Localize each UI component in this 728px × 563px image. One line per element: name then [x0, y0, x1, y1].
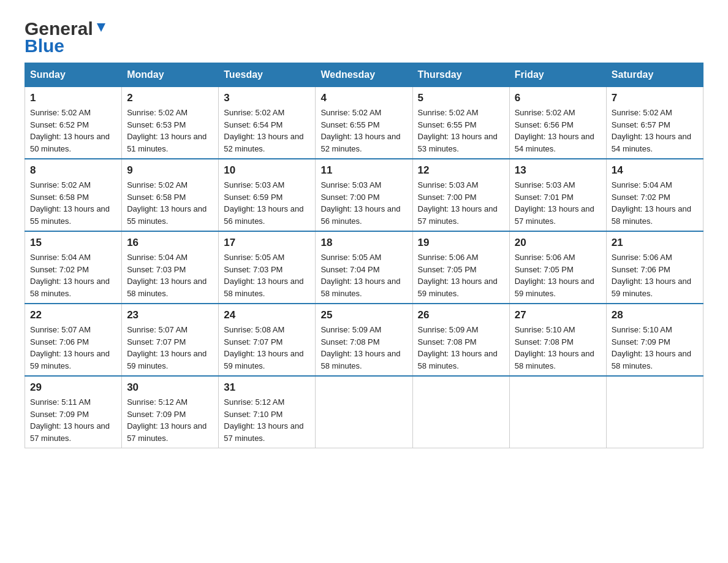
header-wednesday: Wednesday — [316, 63, 412, 87]
week-row-1: 1 Sunrise: 5:02 AM Sunset: 6:52 PM Dayli… — [25, 87, 703, 159]
day-info: Sunrise: 5:02 AM Sunset: 6:55 PM Dayligh… — [418, 107, 504, 155]
day-number: 27 — [515, 309, 601, 321]
day-info: Sunrise: 5:08 AM Sunset: 7:07 PM Dayligh… — [224, 324, 310, 372]
day-info: Sunrise: 5:11 AM Sunset: 7:09 PM Dayligh… — [30, 396, 116, 444]
day-cell: 17 Sunrise: 5:05 AM Sunset: 7:03 PM Dayl… — [219, 231, 316, 304]
header-sunday: Sunday — [25, 63, 122, 87]
day-info: Sunrise: 5:04 AM Sunset: 7:02 PM Dayligh… — [30, 251, 116, 299]
day-number: 30 — [127, 381, 213, 394]
day-number: 31 — [224, 381, 310, 394]
calendar-table: SundayMondayTuesdayWednesdayThursdayFrid… — [25, 63, 703, 448]
day-number: 29 — [30, 381, 116, 394]
day-info: Sunrise: 5:09 AM Sunset: 7:08 PM Dayligh… — [418, 324, 504, 372]
week-row-4: 22 Sunrise: 5:07 AM Sunset: 7:06 PM Dayl… — [25, 304, 703, 376]
day-cell: 14 Sunrise: 5:04 AM Sunset: 7:02 PM Dayl… — [606, 159, 703, 231]
day-cell: 23 Sunrise: 5:07 AM Sunset: 7:07 PM Dayl… — [122, 304, 219, 376]
day-info: Sunrise: 5:02 AM Sunset: 6:57 PM Dayligh… — [612, 107, 698, 155]
day-number: 25 — [320, 309, 407, 321]
day-cell: 21 Sunrise: 5:06 AM Sunset: 7:06 PM Dayl… — [606, 231, 703, 304]
day-cell: 6 Sunrise: 5:02 AM Sunset: 6:56 PM Dayli… — [509, 87, 606, 159]
day-number: 17 — [224, 237, 310, 249]
day-info: Sunrise: 5:05 AM Sunset: 7:03 PM Dayligh… — [224, 251, 310, 299]
day-cell: 30 Sunrise: 5:12 AM Sunset: 7:09 PM Dayl… — [122, 376, 219, 448]
day-info: Sunrise: 5:03 AM Sunset: 6:59 PM Dayligh… — [224, 179, 310, 227]
day-number: 28 — [612, 309, 698, 321]
day-number: 8 — [30, 164, 116, 177]
day-number: 9 — [127, 164, 213, 177]
day-info: Sunrise: 5:06 AM Sunset: 7:06 PM Dayligh… — [612, 251, 698, 299]
day-number: 20 — [515, 237, 601, 249]
day-info: Sunrise: 5:10 AM Sunset: 7:08 PM Dayligh… — [515, 324, 601, 372]
calendar-header-row: SundayMondayTuesdayWednesdayThursdayFrid… — [25, 63, 703, 87]
day-cell: 1 Sunrise: 5:02 AM Sunset: 6:52 PM Dayli… — [25, 87, 122, 159]
day-number: 24 — [224, 309, 310, 321]
logo: General Blue — [25, 18, 108, 56]
day-info: Sunrise: 5:03 AM Sunset: 7:01 PM Dayligh… — [515, 179, 601, 227]
day-info: Sunrise: 5:03 AM Sunset: 7:00 PM Dayligh… — [418, 179, 504, 227]
header-monday: Monday — [122, 63, 219, 87]
header-tuesday: Tuesday — [219, 63, 316, 87]
day-cell — [316, 376, 412, 448]
week-row-2: 8 Sunrise: 5:02 AM Sunset: 6:58 PM Dayli… — [25, 159, 703, 231]
day-cell: 20 Sunrise: 5:06 AM Sunset: 7:05 PM Dayl… — [509, 231, 606, 304]
day-info: Sunrise: 5:02 AM Sunset: 6:55 PM Dayligh… — [320, 107, 407, 155]
day-info: Sunrise: 5:02 AM Sunset: 6:54 PM Dayligh… — [224, 107, 310, 155]
day-cell — [509, 376, 606, 448]
day-cell: 8 Sunrise: 5:02 AM Sunset: 6:58 PM Dayli… — [25, 159, 122, 231]
day-cell: 31 Sunrise: 5:12 AM Sunset: 7:10 PM Dayl… — [219, 376, 316, 448]
day-cell: 4 Sunrise: 5:02 AM Sunset: 6:55 PM Dayli… — [316, 87, 412, 159]
day-info: Sunrise: 5:02 AM Sunset: 6:56 PM Dayligh… — [515, 107, 601, 155]
week-row-3: 15 Sunrise: 5:04 AM Sunset: 7:02 PM Dayl… — [25, 231, 703, 304]
day-cell: 28 Sunrise: 5:10 AM Sunset: 7:09 PM Dayl… — [606, 304, 703, 376]
day-number: 1 — [30, 92, 116, 104]
day-number: 12 — [418, 164, 504, 177]
day-number: 15 — [30, 237, 116, 249]
day-info: Sunrise: 5:02 AM Sunset: 6:53 PM Dayligh… — [127, 107, 213, 155]
day-cell: 7 Sunrise: 5:02 AM Sunset: 6:57 PM Dayli… — [606, 87, 703, 159]
day-number: 26 — [418, 309, 504, 321]
day-cell: 2 Sunrise: 5:02 AM Sunset: 6:53 PM Dayli… — [122, 87, 219, 159]
day-cell: 12 Sunrise: 5:03 AM Sunset: 7:00 PM Dayl… — [412, 159, 509, 231]
day-cell: 29 Sunrise: 5:11 AM Sunset: 7:09 PM Dayl… — [25, 376, 122, 448]
day-info: Sunrise: 5:10 AM Sunset: 7:09 PM Dayligh… — [612, 324, 698, 372]
header-thursday: Thursday — [412, 63, 509, 87]
day-cell: 22 Sunrise: 5:07 AM Sunset: 7:06 PM Dayl… — [25, 304, 122, 376]
day-number: 16 — [127, 237, 213, 249]
day-info: Sunrise: 5:02 AM Sunset: 6:58 PM Dayligh… — [127, 179, 213, 227]
header-friday: Friday — [509, 63, 606, 87]
day-cell — [606, 376, 703, 448]
day-number: 4 — [320, 92, 407, 104]
day-cell: 24 Sunrise: 5:08 AM Sunset: 7:07 PM Dayl… — [219, 304, 316, 376]
day-number: 5 — [418, 92, 504, 104]
day-number: 6 — [515, 92, 601, 104]
day-cell: 13 Sunrise: 5:03 AM Sunset: 7:01 PM Dayl… — [509, 159, 606, 231]
day-info: Sunrise: 5:05 AM Sunset: 7:04 PM Dayligh… — [320, 251, 407, 299]
day-cell: 16 Sunrise: 5:04 AM Sunset: 7:03 PM Dayl… — [122, 231, 219, 304]
day-cell: 26 Sunrise: 5:09 AM Sunset: 7:08 PM Dayl… — [412, 304, 509, 376]
day-cell: 11 Sunrise: 5:03 AM Sunset: 7:00 PM Dayl… — [316, 159, 412, 231]
svg-marker-0 — [97, 23, 105, 32]
day-number: 14 — [612, 164, 698, 177]
day-info: Sunrise: 5:06 AM Sunset: 7:05 PM Dayligh… — [418, 251, 504, 299]
day-number: 21 — [612, 237, 698, 249]
day-number: 19 — [418, 237, 504, 249]
day-number: 7 — [612, 92, 698, 104]
day-cell: 27 Sunrise: 5:10 AM Sunset: 7:08 PM Dayl… — [509, 304, 606, 376]
day-number: 2 — [127, 92, 213, 104]
day-cell: 10 Sunrise: 5:03 AM Sunset: 6:59 PM Dayl… — [219, 159, 316, 231]
page-header: General Blue — [25, 18, 703, 56]
day-cell: 19 Sunrise: 5:06 AM Sunset: 7:05 PM Dayl… — [412, 231, 509, 304]
day-info: Sunrise: 5:04 AM Sunset: 7:02 PM Dayligh… — [612, 179, 698, 227]
day-info: Sunrise: 5:07 AM Sunset: 7:07 PM Dayligh… — [127, 324, 213, 372]
day-info: Sunrise: 5:09 AM Sunset: 7:08 PM Dayligh… — [320, 324, 407, 372]
day-number: 22 — [30, 309, 116, 321]
day-cell: 25 Sunrise: 5:09 AM Sunset: 7:08 PM Dayl… — [316, 304, 412, 376]
logo-blue-text: Blue — [25, 36, 64, 56]
day-info: Sunrise: 5:06 AM Sunset: 7:05 PM Dayligh… — [515, 251, 601, 299]
logo-triangle-icon — [94, 21, 108, 34]
day-info: Sunrise: 5:03 AM Sunset: 7:00 PM Dayligh… — [320, 179, 407, 227]
day-info: Sunrise: 5:07 AM Sunset: 7:06 PM Dayligh… — [30, 324, 116, 372]
day-info: Sunrise: 5:12 AM Sunset: 7:10 PM Dayligh… — [224, 396, 310, 444]
day-cell: 9 Sunrise: 5:02 AM Sunset: 6:58 PM Dayli… — [122, 159, 219, 231]
day-cell: 18 Sunrise: 5:05 AM Sunset: 7:04 PM Dayl… — [316, 231, 412, 304]
